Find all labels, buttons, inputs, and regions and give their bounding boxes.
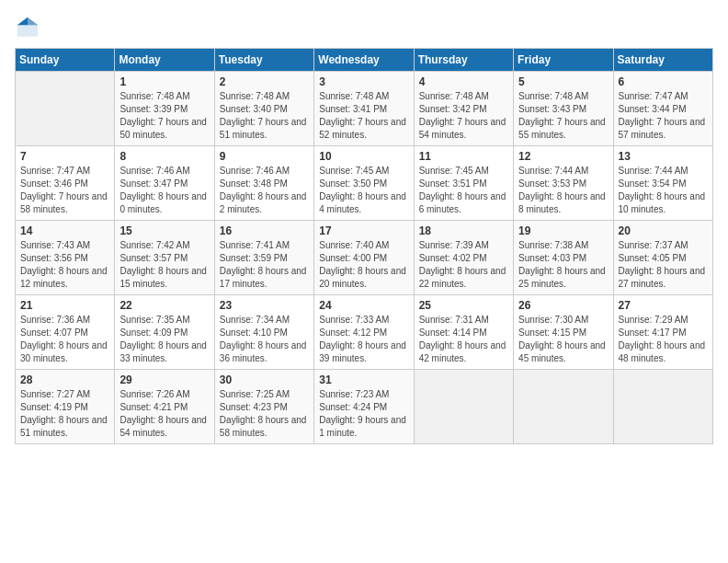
day-info: Sunrise: 7:48 AMSunset: 3:43 PMDaylight:… [518,90,608,142]
week-row-3: 14Sunrise: 7:43 AMSunset: 3:56 PMDayligh… [16,221,713,295]
logo-icon [15,15,40,40]
calendar-cell: 23Sunrise: 7:34 AMSunset: 4:10 PMDayligh… [214,295,313,370]
calendar-cell: 19Sunrise: 7:38 AMSunset: 4:03 PMDayligh… [514,221,613,295]
day-info: Sunrise: 7:44 AMSunset: 3:54 PMDaylight:… [619,165,708,216]
day-info: Sunrise: 7:44 AMSunset: 3:53 PMDaylight:… [518,165,608,216]
svg-marker-1 [28,17,38,25]
calendar-cell: 12Sunrise: 7:44 AMSunset: 3:53 PMDayligh… [514,146,613,221]
day-number: 26 [518,299,608,312]
logo [15,15,44,40]
day-number: 23 [220,299,309,312]
day-number: 13 [619,150,708,163]
calendar-cell: 15Sunrise: 7:42 AMSunset: 3:57 PMDayligh… [115,221,214,295]
day-info: Sunrise: 7:38 AMSunset: 4:03 PMDaylight:… [518,239,608,291]
day-info: Sunrise: 7:41 AMSunset: 3:59 PMDaylight:… [220,239,309,291]
week-row-2: 7Sunrise: 7:47 AMSunset: 3:46 PMDaylight… [16,146,713,221]
calendar-cell: 13Sunrise: 7:44 AMSunset: 3:54 PMDayligh… [613,146,712,221]
day-info: Sunrise: 7:48 AMSunset: 3:40 PMDaylight:… [220,90,309,142]
day-info: Sunrise: 7:40 AMSunset: 4:00 PMDaylight:… [319,239,408,291]
column-header-tuesday: Tuesday [214,49,313,72]
calendar-cell: 16Sunrise: 7:41 AMSunset: 3:59 PMDayligh… [214,221,313,295]
calendar-cell [414,370,513,444]
column-header-friday: Friday [514,49,613,72]
calendar-cell: 2Sunrise: 7:48 AMSunset: 3:40 PMDaylight… [214,72,313,146]
day-number: 5 [518,75,608,88]
calendar-cell: 3Sunrise: 7:48 AMSunset: 3:41 PMDaylight… [314,72,414,146]
calendar-cell: 24Sunrise: 7:33 AMSunset: 4:12 PMDayligh… [314,295,414,370]
day-number: 6 [619,75,708,88]
calendar-cell [16,72,115,146]
calendar-cell: 4Sunrise: 7:48 AMSunset: 3:42 PMDaylight… [414,72,513,146]
calendar-cell: 21Sunrise: 7:36 AMSunset: 4:07 PMDayligh… [16,295,115,370]
day-info: Sunrise: 7:46 AMSunset: 3:48 PMDaylight:… [220,165,309,216]
day-number: 17 [319,224,408,237]
day-number: 10 [319,150,408,163]
day-info: Sunrise: 7:45 AMSunset: 3:50 PMDaylight:… [319,165,408,216]
calendar-cell: 8Sunrise: 7:46 AMSunset: 3:47 PMDaylight… [115,146,214,221]
calendar-cell: 18Sunrise: 7:39 AMSunset: 4:02 PMDayligh… [414,221,513,295]
day-info: Sunrise: 7:26 AMSunset: 4:21 PMDaylight:… [119,388,209,440]
calendar-table: SundayMondayTuesdayWednesdayThursdayFrid… [15,48,713,444]
day-number: 4 [419,75,508,88]
week-row-5: 28Sunrise: 7:27 AMSunset: 4:19 PMDayligh… [16,370,713,444]
day-info: Sunrise: 7:37 AMSunset: 4:05 PMDaylight:… [619,239,708,291]
day-number: 31 [319,373,408,386]
header-row: SundayMondayTuesdayWednesdayThursdayFrid… [16,49,713,72]
day-number: 25 [419,299,508,312]
day-number: 18 [419,224,508,237]
day-number: 30 [220,373,309,386]
calendar-cell: 30Sunrise: 7:25 AMSunset: 4:23 PMDayligh… [214,370,313,444]
day-info: Sunrise: 7:31 AMSunset: 4:14 PMDaylight:… [419,314,508,365]
day-number: 16 [220,224,309,237]
calendar-cell: 6Sunrise: 7:47 AMSunset: 3:44 PMDaylight… [613,72,712,146]
day-number: 15 [119,224,209,237]
calendar-cell: 20Sunrise: 7:37 AMSunset: 4:05 PMDayligh… [613,221,712,295]
header [15,15,713,40]
week-row-1: 1Sunrise: 7:48 AMSunset: 3:39 PMDaylight… [16,72,713,146]
day-info: Sunrise: 7:25 AMSunset: 4:23 PMDaylight:… [220,388,309,440]
day-info: Sunrise: 7:48 AMSunset: 3:39 PMDaylight:… [119,90,209,142]
day-info: Sunrise: 7:45 AMSunset: 3:51 PMDaylight:… [419,165,508,216]
calendar-cell: 27Sunrise: 7:29 AMSunset: 4:17 PMDayligh… [613,295,712,370]
calendar-cell: 11Sunrise: 7:45 AMSunset: 3:51 PMDayligh… [414,146,513,221]
column-header-thursday: Thursday [414,49,513,72]
calendar-cell: 10Sunrise: 7:45 AMSunset: 3:50 PMDayligh… [314,146,414,221]
day-number: 29 [119,373,209,386]
day-info: Sunrise: 7:33 AMSunset: 4:12 PMDaylight:… [319,314,408,365]
calendar-cell: 14Sunrise: 7:43 AMSunset: 3:56 PMDayligh… [16,221,115,295]
calendar-cell: 29Sunrise: 7:26 AMSunset: 4:21 PMDayligh… [115,370,214,444]
calendar-cell: 22Sunrise: 7:35 AMSunset: 4:09 PMDayligh… [115,295,214,370]
day-info: Sunrise: 7:47 AMSunset: 3:46 PMDaylight:… [20,165,109,216]
day-number: 14 [20,224,109,237]
day-number: 19 [518,224,608,237]
day-info: Sunrise: 7:42 AMSunset: 3:57 PMDaylight:… [119,239,209,291]
day-number: 24 [319,299,408,312]
day-number: 12 [518,150,608,163]
calendar-cell [514,370,613,444]
calendar-cell [613,370,712,444]
column-header-saturday: Saturday [613,49,712,72]
day-info: Sunrise: 7:39 AMSunset: 4:02 PMDaylight:… [419,239,508,291]
calendar-cell: 28Sunrise: 7:27 AMSunset: 4:19 PMDayligh… [16,370,115,444]
day-number: 22 [119,299,209,312]
calendar-cell: 17Sunrise: 7:40 AMSunset: 4:00 PMDayligh… [314,221,414,295]
day-info: Sunrise: 7:46 AMSunset: 3:47 PMDaylight:… [119,165,209,216]
day-info: Sunrise: 7:27 AMSunset: 4:19 PMDaylight:… [20,388,109,440]
svg-marker-2 [17,17,28,25]
calendar-cell: 5Sunrise: 7:48 AMSunset: 3:43 PMDaylight… [514,72,613,146]
day-number: 7 [20,150,109,163]
day-info: Sunrise: 7:34 AMSunset: 4:10 PMDaylight:… [220,314,309,365]
calendar-cell: 26Sunrise: 7:30 AMSunset: 4:15 PMDayligh… [514,295,613,370]
day-number: 11 [419,150,508,163]
day-number: 3 [319,75,408,88]
week-row-4: 21Sunrise: 7:36 AMSunset: 4:07 PMDayligh… [16,295,713,370]
day-number: 8 [119,150,209,163]
calendar-cell: 7Sunrise: 7:47 AMSunset: 3:46 PMDaylight… [16,146,115,221]
day-info: Sunrise: 7:23 AMSunset: 4:24 PMDaylight:… [319,388,408,440]
day-info: Sunrise: 7:48 AMSunset: 3:41 PMDaylight:… [319,90,408,142]
day-info: Sunrise: 7:47 AMSunset: 3:44 PMDaylight:… [619,90,708,142]
calendar-cell: 31Sunrise: 7:23 AMSunset: 4:24 PMDayligh… [314,370,414,444]
day-info: Sunrise: 7:43 AMSunset: 3:56 PMDaylight:… [20,239,109,291]
calendar-cell: 25Sunrise: 7:31 AMSunset: 4:14 PMDayligh… [414,295,513,370]
calendar-cell: 1Sunrise: 7:48 AMSunset: 3:39 PMDaylight… [115,72,214,146]
